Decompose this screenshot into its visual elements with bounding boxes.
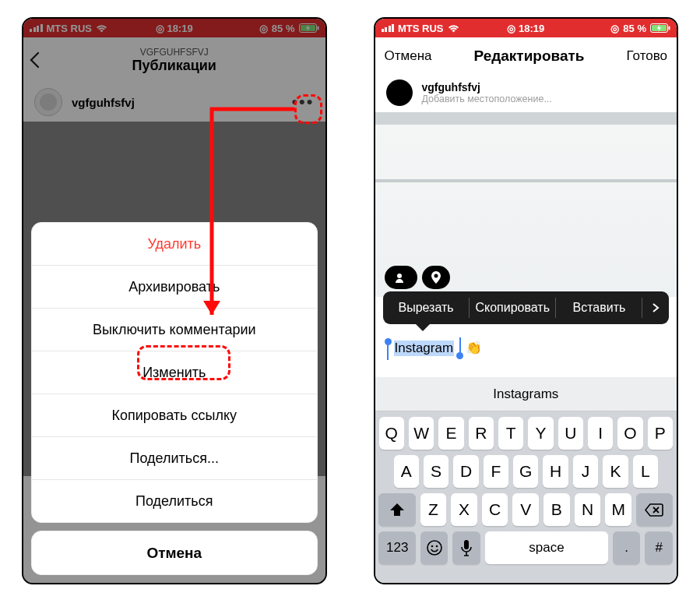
- time-label: 18:19: [519, 23, 544, 34]
- sheet-item-share-external[interactable]: Поделиться...: [32, 436, 317, 479]
- key-x[interactable]: X: [451, 493, 477, 526]
- key-numbers[interactable]: 123: [378, 531, 415, 564]
- wifi-icon: [448, 24, 459, 33]
- key-emoji[interactable]: [420, 531, 448, 564]
- caption-selected-text: Instagram: [394, 341, 455, 356]
- key-v[interactable]: V: [512, 493, 539, 526]
- svg-point-8: [431, 545, 433, 548]
- tag-people-pill[interactable]: [385, 266, 417, 289]
- key-shift[interactable]: [378, 493, 415, 526]
- highlight-edit-item: [137, 345, 230, 380]
- key-a[interactable]: A: [394, 455, 419, 488]
- key-z[interactable]: Z: [420, 493, 447, 526]
- cancel-button[interactable]: Отмена: [385, 48, 432, 64]
- caption-input[interactable]: Instagram 👏: [385, 340, 483, 356]
- key-e[interactable]: E: [438, 417, 463, 450]
- selection-handle-left[interactable]: [385, 338, 392, 345]
- sheet-item-mute-comments[interactable]: Выключить комментарии: [32, 308, 317, 351]
- key-m[interactable]: M: [605, 493, 631, 526]
- highlight-more-button: [294, 94, 322, 124]
- selection-handle-right[interactable]: [456, 352, 463, 359]
- key-period[interactable]: .: [613, 531, 641, 564]
- keyboard-row-3: Z X C V B N M: [375, 488, 677, 526]
- ctx-menu-tail: [416, 324, 430, 338]
- text-context-menu: Вырезать Скопировать Вставить: [383, 291, 670, 324]
- keyboard-row-1: Q W E R T Y U I O P: [375, 411, 677, 450]
- battery-label: 85 %: [623, 23, 646, 34]
- key-j[interactable]: J: [573, 455, 598, 488]
- status-bar: MTS RUS ◎ 18:19 ◎ 85 %: [375, 19, 677, 37]
- edit-title: Редактировать: [473, 48, 584, 65]
- signal-icon: [382, 24, 395, 32]
- add-location-button[interactable]: Добавить местоположение...: [422, 94, 552, 104]
- keyboard-row-2: A S D F G H J K L: [375, 450, 677, 488]
- key-t[interactable]: T: [498, 417, 523, 450]
- sheet-cancel[interactable]: Отмена: [31, 531, 318, 575]
- avatar[interactable]: [386, 79, 413, 106]
- key-b[interactable]: B: [543, 493, 570, 526]
- sheet-item-delete[interactable]: Удалить: [32, 223, 317, 265]
- key-r[interactable]: R: [469, 417, 494, 450]
- batt-prefix-icon: ◎: [610, 23, 619, 34]
- key-space[interactable]: space: [485, 531, 608, 564]
- action-sheet: Удалить Архивировать Выключить комментар…: [31, 222, 318, 575]
- svg-point-9: [435, 545, 438, 548]
- key-dictation[interactable]: [452, 531, 480, 564]
- key-backspace[interactable]: [636, 493, 673, 526]
- ctx-more-arrow[interactable]: [642, 302, 669, 313]
- keyboard-suggestion[interactable]: Instagrams: [375, 377, 677, 411]
- key-y[interactable]: Y: [528, 417, 553, 450]
- edit-header: vgfguhfsfvj Добавить местоположение...: [375, 75, 677, 112]
- key-s[interactable]: S: [424, 455, 448, 488]
- edit-nav-bar: Отмена Редактировать Готово: [375, 37, 677, 75]
- time-prefix-icon: ◎: [507, 23, 515, 34]
- phone-edit-caption: MTS RUS ◎ 18:19 ◎ 85 % Отмена Редактиров…: [374, 17, 679, 584]
- key-d[interactable]: D: [453, 455, 478, 488]
- key-u[interactable]: U: [558, 417, 583, 450]
- key-q[interactable]: Q: [379, 417, 404, 450]
- edit-post-image[interactable]: [375, 112, 677, 297]
- key-p[interactable]: P: [648, 417, 673, 450]
- ctx-copy[interactable]: Скопировать: [470, 291, 556, 324]
- svg-point-7: [427, 541, 441, 555]
- key-l[interactable]: L: [633, 455, 658, 488]
- key-g[interactable]: G: [513, 455, 538, 488]
- svg-rect-5: [669, 26, 670, 30]
- key-k[interactable]: K: [603, 455, 628, 488]
- sheet-item-archive[interactable]: Архивировать: [32, 265, 317, 308]
- key-c[interactable]: C: [482, 493, 508, 526]
- sheet-item-share[interactable]: Поделиться: [32, 479, 317, 522]
- keyboard-row-4: 123 space . #: [375, 526, 677, 570]
- key-o[interactable]: O: [617, 417, 642, 450]
- key-hash[interactable]: #: [645, 531, 673, 564]
- key-w[interactable]: W: [409, 417, 434, 450]
- caption-emoji: 👏: [466, 340, 482, 356]
- sheet-item-copy-link[interactable]: Копировать ссылку: [32, 394, 317, 436]
- done-button[interactable]: Готово: [627, 48, 668, 64]
- keyboard: Instagrams Q W E R T Y U I O P A S D F G…: [375, 377, 677, 583]
- tag-location-pill[interactable]: [422, 266, 450, 289]
- battery-icon: [650, 23, 670, 33]
- ctx-paste[interactable]: Вставить: [556, 291, 642, 324]
- key-i[interactable]: I: [588, 417, 613, 450]
- carrier-label: MTS RUS: [398, 23, 444, 34]
- edit-username[interactable]: vgfguhfsfvj: [422, 81, 552, 94]
- key-h[interactable]: H: [543, 455, 568, 488]
- svg-point-6: [397, 274, 402, 278]
- phone-post-actions: MTS RUS ◎ 18:19 ◎ 85 % VGFGUHFSFVJ: [22, 17, 327, 584]
- svg-rect-10: [464, 540, 469, 549]
- key-n[interactable]: N: [575, 493, 601, 526]
- ctx-cut[interactable]: Вырезать: [383, 291, 470, 324]
- key-f[interactable]: F: [484, 455, 508, 488]
